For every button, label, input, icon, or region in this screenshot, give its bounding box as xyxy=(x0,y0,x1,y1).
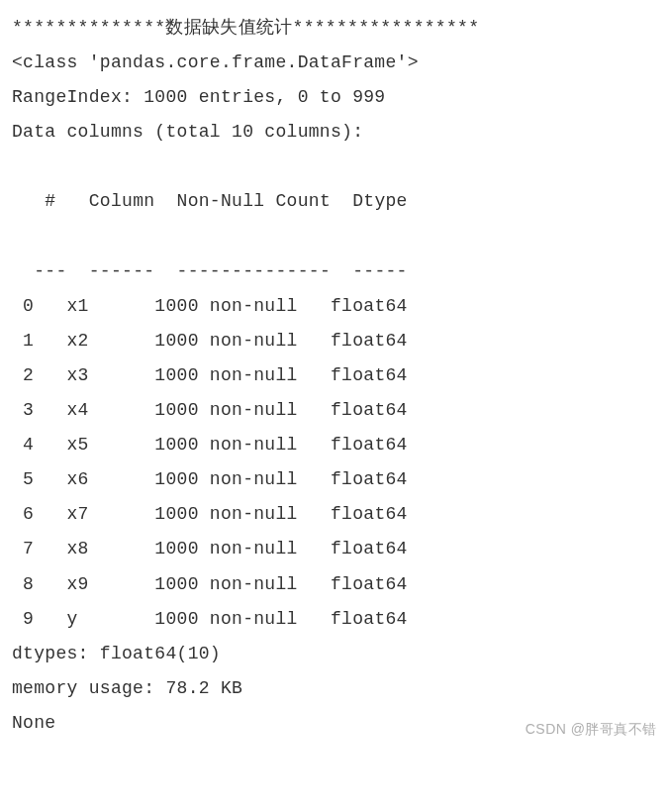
table-row: 7 x8 1000 non-null float64 xyxy=(12,532,659,566)
class-line: <class 'pandas.core.frame.DataFrame'> xyxy=(12,46,659,80)
table-row: 6 x7 1000 non-null float64 xyxy=(12,497,659,532)
stars-right: ***************** xyxy=(293,18,480,38)
column-dash-row: --- ------ -------------- ----- xyxy=(12,220,659,289)
row-idx: 4 xyxy=(12,435,67,455)
row-dtype: float64 xyxy=(331,296,408,316)
row-nonnull-count: 1000 non-null xyxy=(154,574,331,594)
row-column-name: x7 xyxy=(67,504,155,524)
table-row: 9 y 1000 non-null float64 xyxy=(12,602,659,637)
memory-line: memory usage: 78.2 KB xyxy=(12,671,659,706)
row-idx: 1 xyxy=(12,331,67,351)
row-column-name: y xyxy=(67,609,155,629)
row-column-name: x9 xyxy=(67,574,155,594)
col-header-idx: # xyxy=(34,191,89,211)
row-column-name: x3 xyxy=(67,365,155,385)
csdn-watermark: CSDN @胖哥真不错 xyxy=(526,716,657,743)
row-idx: 2 xyxy=(12,365,67,385)
header-line: **************数据缺失值统计***************** xyxy=(12,10,659,46)
row-nonnull-count: 1000 non-null xyxy=(154,504,331,524)
table-row: 2 x3 1000 non-null float64 xyxy=(12,358,659,393)
col-dash-dtype: ----- xyxy=(352,261,430,281)
table-row: 4 x5 1000 non-null float64 xyxy=(12,428,659,462)
table-row: 5 x6 1000 non-null float64 xyxy=(12,462,659,497)
table-body: 0 x1 1000 non-null float64 1 x2 1000 non… xyxy=(12,289,659,637)
table-row: 3 x4 1000 non-null float64 xyxy=(12,393,659,428)
row-dtype: float64 xyxy=(331,400,408,420)
row-dtype: float64 xyxy=(331,574,408,594)
row-dtype: float64 xyxy=(331,331,408,351)
row-idx: 6 xyxy=(12,504,67,524)
col-header-column: Column xyxy=(89,191,177,211)
row-column-name: x1 xyxy=(67,296,155,316)
row-idx: 7 xyxy=(12,539,67,558)
stars-left: ************** xyxy=(12,18,165,38)
col-header-dtype: Dtype xyxy=(352,191,430,211)
row-dtype: float64 xyxy=(331,435,408,455)
row-nonnull-count: 1000 non-null xyxy=(154,365,331,385)
row-idx: 0 xyxy=(12,296,67,316)
row-idx: 3 xyxy=(12,400,67,420)
row-nonnull-count: 1000 non-null xyxy=(154,296,331,316)
dtypes-line: dtypes: float64(10) xyxy=(12,637,659,671)
col-dash-idx: --- xyxy=(34,261,89,281)
row-dtype: float64 xyxy=(331,504,408,524)
col-dash-nonnull: -------------- xyxy=(177,261,353,281)
col-dash-column: ------ xyxy=(89,261,177,281)
data-columns-line: Data columns (total 10 columns): xyxy=(12,115,659,150)
table-row: 1 x2 1000 non-null float64 xyxy=(12,324,659,358)
row-column-name: x6 xyxy=(67,469,155,489)
row-dtype: float64 xyxy=(331,365,408,385)
row-dtype: float64 xyxy=(331,469,408,489)
row-dtype: float64 xyxy=(331,539,408,558)
row-idx: 5 xyxy=(12,469,67,489)
row-idx: 9 xyxy=(12,609,67,629)
row-nonnull-count: 1000 non-null xyxy=(154,400,331,420)
row-column-name: x8 xyxy=(67,539,155,558)
range-index-line: RangeIndex: 1000 entries, 0 to 999 xyxy=(12,80,659,115)
row-nonnull-count: 1000 non-null xyxy=(154,435,331,455)
header-title-cjk: 数据缺失值统计 xyxy=(165,17,292,37)
row-idx: 8 xyxy=(12,574,67,594)
row-nonnull-count: 1000 non-null xyxy=(154,609,331,629)
table-row: 8 x9 1000 non-null float64 xyxy=(12,567,659,602)
column-header-row: # Column Non-Null Count Dtype xyxy=(12,150,659,219)
row-column-name: x5 xyxy=(67,435,155,455)
row-nonnull-count: 1000 non-null xyxy=(154,539,331,558)
col-header-nonnull: Non-Null Count xyxy=(177,191,353,211)
table-row: 0 x1 1000 non-null float64 xyxy=(12,289,659,324)
row-nonnull-count: 1000 non-null xyxy=(154,469,331,489)
row-nonnull-count: 1000 non-null xyxy=(154,331,331,351)
row-dtype: float64 xyxy=(331,609,408,629)
row-column-name: x4 xyxy=(67,400,155,420)
row-column-name: x2 xyxy=(67,331,155,351)
